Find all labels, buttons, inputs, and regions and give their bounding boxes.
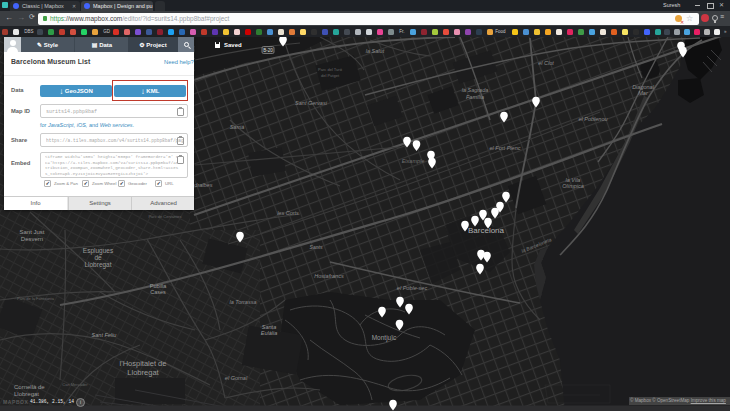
svg-text:l'Hospitalet de: l'Hospitalet de xyxy=(120,359,167,368)
svg-text:Cases: Cases xyxy=(150,289,166,295)
svg-text:la Salut: la Salut xyxy=(366,48,385,54)
svg-text:el Poble-sec: el Poble-sec xyxy=(397,285,428,291)
svg-text:Llobregat: Llobregat xyxy=(84,261,111,269)
svg-text:Hostafrancs: Hostafrancs xyxy=(314,273,344,279)
svg-text:Parc del Turó: Parc del Turó xyxy=(318,67,343,72)
svg-text:el Clot: el Clot xyxy=(538,60,554,66)
svg-text:el Gornal: el Gornal xyxy=(225,375,248,381)
svg-text:Eixample: Eixample xyxy=(402,158,425,164)
svg-text:el Poblenou: el Poblenou xyxy=(578,116,607,122)
svg-text:Sants: Sants xyxy=(310,244,323,250)
svg-text:B-20: B-20 xyxy=(263,48,273,53)
svg-text:Parc de Cervantes: Parc de Cervantes xyxy=(148,214,181,219)
svg-text:del Putget: del Putget xyxy=(321,73,340,78)
svg-text:Llobregat: Llobregat xyxy=(127,368,159,377)
svg-text:Desvern: Desvern xyxy=(21,236,43,242)
svg-text:Mar: Mar xyxy=(638,90,649,96)
svg-text:Sant Just: Sant Just xyxy=(19,229,44,235)
svg-text:Llobregat: Llobregat xyxy=(14,391,39,397)
svg-text:la Torrassa: la Torrassa xyxy=(229,299,256,305)
svg-text:el Fort Pienc: el Fort Pienc xyxy=(490,145,521,151)
svg-text:Sarrià: Sarrià xyxy=(230,124,245,130)
svg-text:Montjuïc: Montjuïc xyxy=(372,334,397,342)
svg-text:Eulàlia: Eulàlia xyxy=(261,330,278,336)
svg-text:Sant Feliu: Sant Feliu xyxy=(92,332,117,338)
svg-text:Família: Família xyxy=(466,94,484,100)
svg-text:Barcelona: Barcelona xyxy=(468,226,505,235)
svg-text:Sant Gervasi: Sant Gervasi xyxy=(295,100,328,106)
svg-text:Parc de la Fontsanta: Parc de la Fontsanta xyxy=(17,296,55,301)
svg-text:Olímpica: Olímpica xyxy=(562,183,584,189)
svg-text:la Sagrada: la Sagrada xyxy=(462,87,489,93)
svg-text:de: de xyxy=(94,254,102,261)
svg-text:Can Mercader: Can Mercader xyxy=(62,382,88,387)
svg-text:les Corts: les Corts xyxy=(277,210,299,216)
svg-text:Cornellà de: Cornellà de xyxy=(14,384,45,390)
